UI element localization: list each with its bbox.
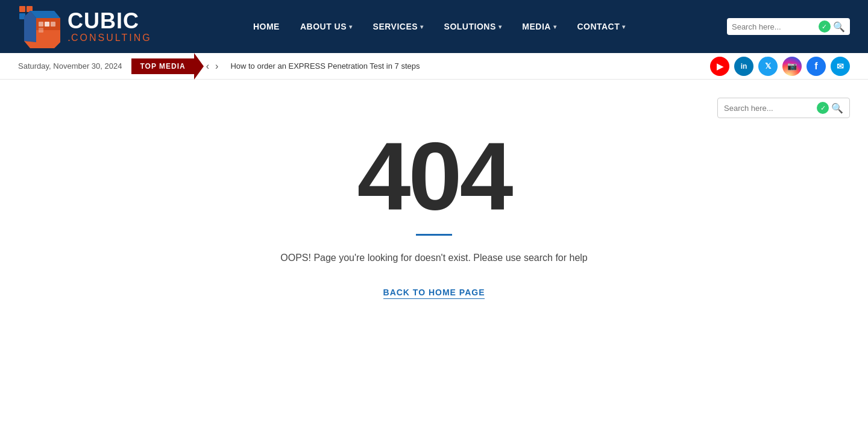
- nav-services[interactable]: SERVICES ▾: [365, 16, 432, 37]
- nav-about-us[interactable]: ABOUT US ▾: [292, 16, 361, 37]
- header-search-input[interactable]: [732, 22, 816, 31]
- top-bar: Saturday, November 30, 2024 TOP MEDIA ‹ …: [0, 53, 868, 80]
- nav-contact[interactable]: CONTACT ▾: [568, 16, 634, 37]
- social-icons: ▶ in 𝕏 📷 f ✉: [710, 57, 850, 76]
- logo-area[interactable]: CUBIC .CONSULTING: [18, 5, 152, 48]
- nav-home[interactable]: HOME: [245, 16, 288, 37]
- facebook-icon[interactable]: f: [807, 57, 826, 76]
- logo-name-cubic: CUBIC: [68, 10, 152, 32]
- date-display: Saturday, November 30, 2024: [18, 61, 122, 71]
- chevron-down-icon: ▾: [622, 24, 626, 30]
- content-search-check-icon: ✓: [817, 102, 829, 114]
- main-content: 404 OOPS! Page you're looking for doesn'…: [0, 80, 868, 381]
- badge-arrow-icon: [194, 53, 204, 80]
- ticker-prev-button[interactable]: ‹: [204, 60, 212, 73]
- top-media-badge-wrap: TOP MEDIA: [131, 58, 193, 74]
- divider: [416, 234, 452, 236]
- content-search-icon[interactable]: 🔍: [831, 102, 843, 114]
- twitter-icon[interactable]: 𝕏: [758, 57, 778, 76]
- chevron-down-icon: ▾: [349, 24, 353, 30]
- top-bar-left: Saturday, November 30, 2024 TOP MEDIA ‹ …: [18, 58, 420, 74]
- linkedin-icon[interactable]: in: [734, 57, 753, 76]
- ticker-text: How to order an EXPRESS Penetration Test…: [230, 61, 420, 71]
- chevron-down-icon: ▾: [553, 24, 557, 30]
- content-search-box: ✓ 🔍: [717, 98, 850, 118]
- main-nav: HOME ABOUT US ▾ SERVICES ▾ SOLUTIONS ▾ M…: [245, 16, 634, 37]
- instagram-icon[interactable]: 📷: [782, 57, 802, 76]
- logo-text: CUBIC .CONSULTING: [68, 10, 152, 43]
- main-header: CUBIC .CONSULTING HOME ABOUT US ▾ SERVIC…: [0, 0, 868, 53]
- logo-icon: [18, 5, 61, 48]
- svg-rect-0: [19, 6, 25, 12]
- youtube-icon[interactable]: ▶: [710, 57, 729, 76]
- top-media-badge: TOP MEDIA: [131, 58, 193, 74]
- content-search-input[interactable]: [724, 104, 814, 113]
- ticker-nav-arrows: ‹ ›: [204, 60, 221, 73]
- nav-solutions[interactable]: SOLUTIONS ▾: [436, 16, 511, 37]
- header-search-box: ✓ 🔍: [727, 18, 850, 35]
- svg-rect-9: [45, 22, 49, 27]
- search-icon[interactable]: 🔍: [833, 21, 845, 33]
- search-green-check-icon: ✓: [819, 20, 831, 33]
- chevron-down-icon: ▾: [420, 24, 424, 30]
- ticker-next-button[interactable]: ›: [213, 60, 221, 73]
- error-message: OOPS! Page you're looking for doesn't ex…: [280, 253, 588, 263]
- logo-name-consulting: .CONSULTING: [68, 32, 152, 43]
- email-icon[interactable]: ✉: [831, 57, 850, 76]
- svg-rect-8: [39, 22, 43, 27]
- chevron-down-icon: ▾: [498, 24, 502, 30]
- svg-rect-10: [51, 22, 55, 27]
- nav-media[interactable]: MEDIA ▾: [514, 16, 565, 37]
- error-code: 404: [357, 128, 511, 224]
- back-to-home-link[interactable]: BACK TO HOME PAGE: [383, 288, 485, 299]
- svg-rect-11: [39, 28, 43, 33]
